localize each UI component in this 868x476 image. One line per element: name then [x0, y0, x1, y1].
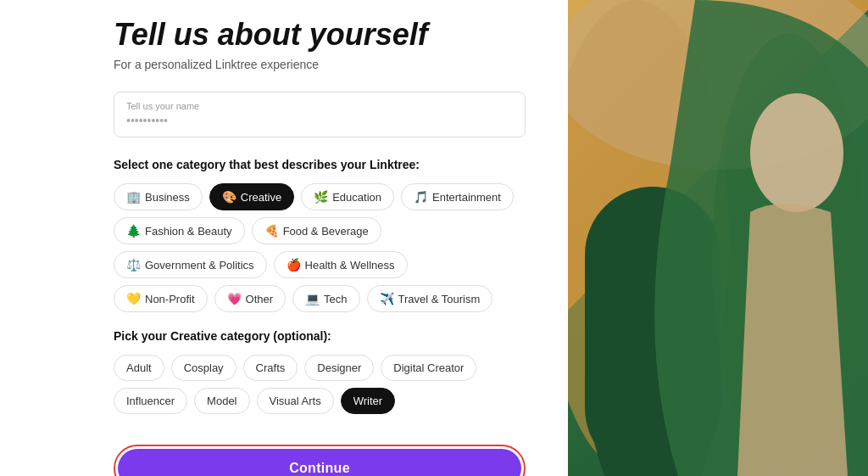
subcategory-chip-influencer[interactable]: Influencer [114, 388, 187, 414]
category-chip-government-politics[interactable]: ⚖️Government & Politics [114, 251, 267, 278]
chip-icon-non-profit: 💛 [126, 292, 141, 305]
subchip-label-designer: Designer [317, 361, 361, 374]
subchip-label-influencer: Influencer [126, 395, 175, 407]
subcategory-chip-model[interactable]: Model [194, 388, 249, 414]
chip-label-health-wellness: Health & Wellness [305, 259, 395, 272]
chip-label-creative: Creative [241, 191, 281, 204]
chip-icon-government-politics: ⚖️ [126, 258, 141, 272]
chip-label-travel-tourism: Travel & Tourism [398, 293, 481, 305]
category-chip-travel-tourism[interactable]: ✈️Travel & Tourism [367, 285, 493, 312]
chip-icon-tech: 💻 [305, 292, 320, 305]
chip-icon-fashion-beauty: 🌲 [126, 224, 141, 238]
subchip-label-crafts: Crafts [256, 361, 286, 374]
subchip-label-writer: Writer [353, 395, 382, 407]
subchip-label-adult: Adult [126, 361, 152, 374]
chip-label-tech: Tech [324, 293, 347, 305]
category-chip-fashion-beauty[interactable]: 🌲Fashion & Beauty [114, 217, 245, 244]
chip-label-non-profit: Non-Profit [145, 293, 195, 305]
right-panel-image [568, 0, 868, 476]
chip-icon-business: 🏢 [126, 190, 141, 204]
category-section-label: Select one category that best describes … [114, 158, 526, 171]
subchip-label-visual-arts: Visual Arts [270, 395, 321, 407]
subcategory-chip-digital-creator[interactable]: Digital Creator [381, 355, 476, 381]
chip-icon-food-beverage: 🍕 [264, 224, 279, 238]
subcategory-chip-adult[interactable]: Adult [114, 355, 164, 381]
continue-button[interactable]: Continue [118, 449, 521, 476]
category-chip-food-beverage[interactable]: 🍕Food & Beverage [252, 217, 381, 244]
category-chips: 🏢Business🎨Creative🌿Education🎵Entertainme… [114, 183, 526, 312]
category-chip-other[interactable]: 💗Other [214, 285, 287, 312]
chip-icon-health-wellness: 🍎 [287, 258, 301, 272]
category-chip-entertainment[interactable]: 🎵Entertainment [401, 183, 514, 210]
subcategory-section-label: Pick your Creative category (optional): [114, 329, 526, 343]
chip-label-business: Business [145, 191, 190, 204]
page-subtitle: For a personalized Linktree experience [114, 58, 526, 71]
category-chip-tech[interactable]: 💻Tech [292, 285, 359, 312]
chip-icon-entertainment: 🎵 [414, 190, 428, 204]
category-chip-health-wellness[interactable]: 🍎Health & Wellness [274, 251, 408, 278]
subchip-label-digital-creator: Digital Creator [393, 361, 464, 374]
chip-icon-creative: 🎨 [222, 190, 236, 204]
chip-label-other: Other [246, 293, 274, 305]
category-chip-non-profit[interactable]: 💛Non-Profit [114, 285, 208, 312]
right-panel [568, 0, 868, 476]
category-chip-business[interactable]: 🏢Business [114, 183, 203, 210]
chip-icon-education: 🌿 [314, 190, 328, 204]
name-input-label: Tell us your name [126, 101, 513, 111]
page-title: Tell us about yourself [114, 17, 526, 53]
chip-label-education: Education [332, 191, 381, 204]
subcategory-chip-designer[interactable]: Designer [304, 355, 374, 381]
name-input-wrapper[interactable]: Tell us your name •••••••••• [114, 92, 526, 137]
subcategory-chip-visual-arts[interactable]: Visual Arts [257, 388, 334, 414]
chip-label-fashion-beauty: Fashion & Beauty [145, 225, 232, 238]
subcategory-chips: AdultCosplayCraftsDesignerDigital Creato… [114, 355, 526, 414]
svg-point-5 [750, 93, 843, 212]
chip-label-government-politics: Government & Politics [145, 259, 254, 272]
subcategory-chip-crafts[interactable]: Crafts [243, 355, 298, 381]
subcategory-chip-writer[interactable]: Writer [341, 388, 395, 414]
left-panel: Tell us about yourself For a personalize… [0, 0, 568, 476]
category-chip-education[interactable]: 🌿Education [301, 183, 394, 210]
subcategory-chip-cosplay[interactable]: Cosplay [171, 355, 236, 381]
chip-label-entertainment: Entertainment [432, 191, 501, 204]
subchip-label-cosplay: Cosplay [184, 361, 224, 374]
category-chip-creative[interactable]: 🎨Creative [209, 183, 294, 210]
continue-wrapper: Continue [114, 445, 526, 476]
chip-icon-travel-tourism: ✈️ [380, 292, 394, 305]
subchip-label-model: Model [207, 395, 236, 407]
chip-label-food-beverage: Food & Beverage [283, 225, 369, 238]
chip-icon-other: 💗 [227, 292, 242, 305]
name-input-value: •••••••••• [126, 114, 168, 127]
